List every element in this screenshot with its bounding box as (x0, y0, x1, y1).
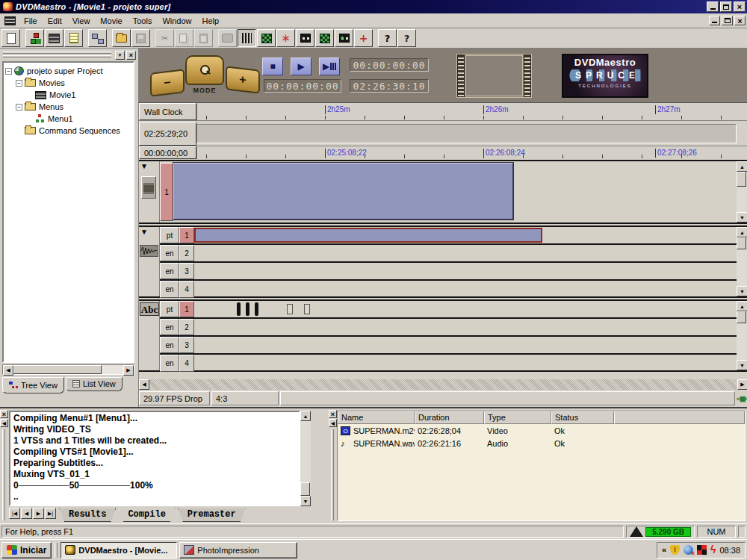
list-button[interactable] (64, 29, 83, 47)
zoom-mode-button[interactable] (185, 55, 224, 85)
panel-dock-header[interactable]: ▼ × (1, 49, 137, 60)
subtitle-clip[interactable] (255, 302, 258, 316)
audio-lang-4[interactable]: en (160, 281, 179, 298)
restore-button[interactable] (720, 1, 732, 12)
expander-icon[interactable]: − (5, 68, 12, 75)
zoom-in-button[interactable]: + (226, 66, 260, 94)
column-header-name[interactable]: Name (338, 411, 415, 424)
task-button-photoimpression[interactable]: PhotoImpression (179, 542, 297, 559)
mdi-close-button[interactable]: × (734, 16, 746, 25)
scroll-up-arrow[interactable]: ▲ (737, 227, 747, 237)
scroll-up-arrow[interactable]: ▲ (737, 301, 747, 311)
start-button[interactable]: Iniciar (1, 542, 52, 559)
subtitle-lane-4[interactable]: en 4 (160, 355, 737, 372)
files-close-button[interactable]: × (329, 410, 337, 418)
menu-view[interactable]: View (67, 15, 96, 27)
audio-lane-2[interactable]: en 2 (160, 245, 737, 263)
audio-lane-4[interactable]: en 4 (160, 281, 737, 298)
subtitle-lang-1[interactable]: pt (160, 301, 179, 317)
preview-button[interactable] (218, 29, 237, 47)
audio-lang-3[interactable]: en (160, 263, 179, 279)
audio-vertical-scrollbar[interactable]: ▲ ▼ (737, 227, 747, 296)
taskbar-grip[interactable] (55, 543, 58, 558)
seek-strip[interactable] (196, 124, 737, 143)
subtitle-clip[interactable] (246, 302, 249, 316)
panel-grip[interactable] (331, 429, 334, 520)
scroll-thumb[interactable] (13, 365, 102, 374)
tab-premaster[interactable]: Premaster (178, 508, 246, 522)
last-tab-button[interactable]: ▶| (45, 508, 56, 519)
audio-number-2[interactable]: 2 (179, 245, 194, 261)
open-button[interactable] (112, 29, 131, 47)
expander-icon[interactable]: − (16, 80, 22, 87)
collapse-track-icon[interactable]: ▼ (140, 163, 148, 170)
menu-movie[interactable]: Movie (95, 15, 127, 27)
menu-file[interactable]: File (19, 15, 43, 27)
audio-lang-2[interactable]: en (160, 245, 179, 261)
subtitle-lane-3[interactable]: en 3 (160, 337, 737, 355)
tray-expand-icon[interactable]: « (662, 545, 666, 555)
movie-view-button[interactable] (257, 29, 276, 47)
subtitle-number-2[interactable]: 2 (179, 319, 194, 335)
timeline-horizontal-scrollbar[interactable]: ◀ ▶ (139, 379, 747, 390)
wall-clock-ruler[interactable]: Wall Clock 2h25m 2h26m 2h27m (139, 103, 747, 121)
copy-button[interactable] (175, 29, 193, 47)
tree-item-project[interactable]: − projeto super Project (5, 65, 131, 77)
subtitle-number-4[interactable]: 4 (179, 355, 194, 372)
scroll-right-arrow[interactable]: ▶ (737, 379, 747, 390)
context-help-button[interactable]: ? (397, 29, 416, 47)
column-header-duration[interactable]: Duration (415, 411, 484, 424)
chapter-points-button[interactable] (296, 29, 314, 47)
subtitle-clip-box[interactable] (304, 304, 310, 314)
task-button-dvdmaestro[interactable]: DVDMaestro - [Movie... (61, 542, 177, 559)
scroll-down-arrow[interactable]: ▼ (737, 360, 747, 370)
subtitle-number-1[interactable]: 1 (179, 301, 194, 317)
log-vertical-scrollbar[interactable]: ▲ ▼ (300, 411, 311, 506)
audio-lang-1[interactable]: pt (160, 227, 179, 243)
tray-shield-icon[interactable]: ! (670, 545, 680, 555)
scroll-thumb[interactable] (737, 237, 746, 249)
cut-button[interactable]: ✂ (155, 29, 174, 47)
tree-horizontal-scrollbar[interactable]: ◀ ▶ (2, 364, 134, 375)
first-tab-button[interactable]: |◀ (9, 508, 20, 519)
timeline-view-button[interactable] (238, 29, 256, 47)
video-lane[interactable] (173, 161, 737, 223)
log-collapse-button[interactable]: ◀ (0, 419, 8, 427)
scroll-thumb[interactable] (300, 482, 310, 496)
minimize-button[interactable] (707, 1, 719, 12)
menu-window[interactable]: Window (157, 15, 196, 27)
paste-button[interactable] (194, 29, 213, 47)
menu-help[interactable]: Help (197, 15, 225, 27)
tab-compile[interactable]: Compile (118, 508, 175, 522)
audio-lane-1[interactable]: pt 1 (160, 227, 737, 245)
panel-dropdown-button[interactable]: ▼ (115, 51, 125, 60)
prev-tab-button[interactable]: ◀ (21, 508, 32, 519)
scroll-left-arrow[interactable]: ◀ (3, 365, 13, 376)
tree-item-menu1[interactable]: Menu1 (5, 113, 131, 125)
subtitle-lang-3[interactable]: en (160, 337, 179, 353)
subtitle-lang-2[interactable]: en (160, 319, 179, 335)
help-button[interactable]: ? (378, 29, 397, 47)
scroll-right-arrow[interactable]: ▶ (123, 365, 134, 376)
scroll-left-arrow[interactable]: ◀ (139, 379, 149, 390)
menu-editor-button[interactable] (25, 29, 44, 47)
scroll-down-arrow[interactable]: ▼ (300, 496, 311, 506)
tab-results[interactable]: Results (59, 508, 116, 522)
column-header-type[interactable]: Type (484, 411, 551, 424)
jump-markers-icon[interactable]: «▦» (737, 391, 747, 405)
connections-button[interactable] (88, 29, 107, 47)
new-project-button[interactable] (1, 29, 20, 47)
play-to-end-button[interactable]: ▶ (319, 57, 340, 75)
video-clip[interactable] (173, 163, 513, 220)
audio-number-3[interactable]: 3 (179, 263, 194, 279)
subtitle-number-3[interactable]: 3 (179, 337, 194, 353)
audio-clip[interactable] (194, 228, 542, 243)
scroll-up-arrow[interactable]: ▲ (300, 411, 311, 421)
movies-button[interactable] (45, 29, 63, 47)
subtitle-lane-2[interactable]: en 2 (160, 319, 737, 337)
subtitle-vertical-scrollbar[interactable]: ▲ ▼ (737, 301, 747, 370)
tray-display-icon[interactable] (697, 545, 707, 555)
panel-close-button[interactable]: × (126, 51, 136, 60)
subtitle-clip[interactable] (237, 302, 241, 316)
panel-grip[interactable] (2, 429, 5, 520)
